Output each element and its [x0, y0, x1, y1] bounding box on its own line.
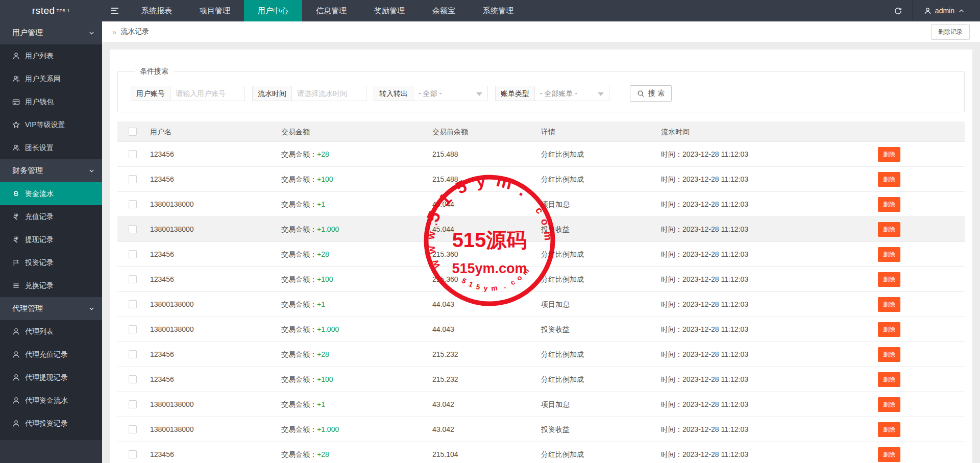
- sidebar-item[interactable]: 代理列表: [0, 320, 102, 343]
- sidebar-section-header[interactable]: 用户管理: [0, 21, 102, 44]
- table-header-row: 用户名交易金额交易前余额详情流水时间: [117, 121, 965, 142]
- nav-item[interactable]: 信息管理: [302, 0, 360, 21]
- nav-item[interactable]: 余额宝: [419, 0, 469, 21]
- content-card: 条件搜索 用户账号流水时间转入转出- 全部 -账单类型- 全部账单 - 搜 索 …: [110, 50, 972, 463]
- amount-cell: 交易金额：+100: [281, 367, 432, 392]
- delete-row-button[interactable]: 删除: [878, 372, 900, 387]
- sidebar-item[interactable]: 用户关系网: [0, 67, 102, 90]
- wallet-icon: [12, 98, 20, 106]
- sidebar-item[interactable]: 充值记录: [0, 205, 102, 228]
- row-checkbox[interactable]: [129, 325, 137, 333]
- select-all-checkbox[interactable]: [129, 128, 137, 136]
- detail-cell: 分红比例加成: [541, 167, 661, 191]
- delete-row-button[interactable]: 删除: [878, 147, 900, 162]
- search-input[interactable]: [291, 86, 366, 101]
- sidebar-item[interactable]: 提现记录: [0, 228, 102, 251]
- sidebar-item[interactable]: 用户钱包: [0, 90, 102, 113]
- select-dropdown[interactable]: - 全部 -: [413, 86, 488, 101]
- search-button[interactable]: 搜 索: [630, 85, 672, 102]
- sidebar-item-label: 团长设置: [25, 143, 54, 153]
- user-menu[interactable]: admin: [912, 0, 980, 21]
- sidebar-item[interactable]: 代理充值记录: [0, 343, 102, 366]
- delete-row-button[interactable]: 删除: [878, 322, 900, 337]
- delete-row-button[interactable]: 删除: [878, 172, 900, 187]
- delete-row-button[interactable]: 删除: [878, 222, 900, 237]
- table-body: 123456交易金额：+28215.488分红比例加成时间：2023-12-28…: [117, 142, 965, 463]
- detail-cell: 分红比例加成: [541, 367, 661, 392]
- search-field-label: 转入转出: [374, 86, 413, 101]
- delete-records-button[interactable]: 删除记录: [931, 24, 970, 40]
- delete-row-button[interactable]: 删除: [878, 447, 900, 462]
- delete-row-button[interactable]: 删除: [878, 197, 900, 212]
- sidebar-item-label: 用户列表: [25, 52, 54, 61]
- sidebar-item[interactable]: 资金流水: [0, 182, 102, 205]
- delete-row-button[interactable]: 删除: [878, 247, 900, 262]
- balance-cell: 43.042: [432, 392, 541, 417]
- sidebar-item[interactable]: 团长设置: [0, 136, 102, 159]
- sidebar-item[interactable]: 投资记录: [0, 251, 102, 274]
- row-checkbox[interactable]: [129, 275, 137, 283]
- username-cell: 123456: [150, 142, 281, 166]
- collapse-sidebar-icon[interactable]: [102, 0, 128, 21]
- delete-row-button[interactable]: 删除: [878, 397, 900, 412]
- app-logo-text: rsted: [32, 5, 55, 16]
- amount-value: +28: [317, 150, 329, 158]
- sidebar-section-header[interactable]: 财务管理: [0, 159, 102, 182]
- sidebar-section-header[interactable]: 代理管理: [0, 297, 102, 320]
- nav-item[interactable]: 项目管理: [186, 0, 244, 21]
- table-row: 123456交易金额：+100215.360分红比例加成时间：2023-12-2…: [117, 267, 965, 292]
- search-field-label: 流水时间: [252, 86, 291, 101]
- users-icon: [12, 75, 20, 83]
- nav-item[interactable]: 系统管理: [469, 0, 527, 21]
- select-dropdown[interactable]: - 全部账单 -: [534, 86, 609, 101]
- amount-cell: 交易金额：+28: [281, 442, 432, 463]
- sidebar-item[interactable]: 代理提现记录: [0, 366, 102, 389]
- username-cell: 13800138000: [150, 292, 281, 316]
- row-checkbox[interactable]: [129, 350, 137, 358]
- delete-row-button[interactable]: 删除: [878, 422, 900, 437]
- row-checkbox[interactable]: [129, 150, 137, 158]
- amount-cell: 交易金额：+28: [281, 142, 432, 166]
- nav-item[interactable]: 奖励管理: [360, 0, 419, 21]
- detail-cell: 项目加息: [541, 292, 661, 316]
- breadcrumb: 流水记录: [120, 27, 149, 36]
- sidebar-item[interactable]: VIP等级设置: [0, 113, 102, 136]
- amount-value: +1: [317, 300, 325, 308]
- table-row: 123456交易金额：+100215.488分红比例加成时间：2023-12-2…: [117, 167, 965, 192]
- row-checkbox-cell: [117, 167, 150, 191]
- breadcrumb-bar: » 流水记录 删除记录: [102, 21, 980, 42]
- row-checkbox-cell: [117, 367, 150, 392]
- refresh-icon[interactable]: [885, 0, 912, 21]
- time-cell: 时间：2023-12-28 11:12:03: [661, 367, 868, 392]
- row-checkbox-cell: [117, 417, 150, 442]
- time-cell: 时间：2023-12-28 11:12:03: [661, 317, 868, 342]
- row-checkbox[interactable]: [129, 375, 137, 383]
- delete-row-button[interactable]: 删除: [878, 272, 900, 287]
- amount-value: +100: [317, 175, 333, 183]
- time-cell: 时间：2023-12-28 11:12:03: [661, 442, 868, 463]
- row-checkbox[interactable]: [129, 200, 137, 208]
- row-checkbox[interactable]: [129, 225, 137, 233]
- row-checkbox[interactable]: [129, 450, 137, 458]
- row-checkbox[interactable]: [129, 300, 137, 308]
- select-value: - 全部账单 -: [540, 89, 577, 98]
- sidebar-item[interactable]: 用户列表: [0, 44, 102, 67]
- action-cell: 删除: [868, 292, 957, 316]
- amount-value: +1.000: [317, 325, 339, 333]
- nav-item[interactable]: 用户中心: [244, 0, 302, 21]
- row-checkbox[interactable]: [129, 425, 137, 433]
- sidebar-item-label: VIP等级设置: [25, 120, 65, 130]
- delete-row-button[interactable]: 删除: [878, 297, 900, 312]
- row-checkbox[interactable]: [129, 250, 137, 258]
- sidebar-item[interactable]: 兑换记录: [0, 274, 102, 297]
- sidebar-item[interactable]: 代理投资记录: [0, 412, 102, 435]
- sidebar-item[interactable]: 代理资金流水: [0, 389, 102, 412]
- top-navbar: rsted TP5.1 系统报表项目管理用户中心信息管理奖励管理余额宝系统管理 …: [0, 0, 980, 21]
- sidebar-menu: 用户管理用户列表用户关系网用户钱包VIP等级设置团长设置财务管理资金流水充值记录…: [0, 21, 102, 435]
- username-cell: 13800138000: [150, 317, 281, 342]
- nav-item[interactable]: 系统报表: [128, 0, 186, 21]
- row-checkbox[interactable]: [129, 400, 137, 408]
- delete-row-button[interactable]: 删除: [878, 347, 900, 362]
- row-checkbox[interactable]: [129, 175, 137, 183]
- search-input[interactable]: [170, 86, 245, 101]
